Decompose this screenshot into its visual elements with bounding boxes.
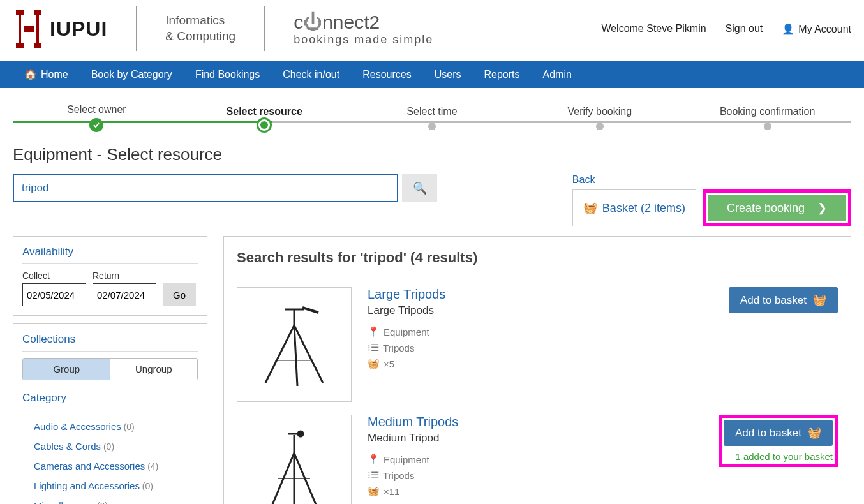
collect-label: Collect xyxy=(22,271,86,281)
page-title: Equipment - Select resource xyxy=(0,145,864,174)
step-time: Select time xyxy=(406,106,457,117)
cat-cameras[interactable]: Cameras and Accessories xyxy=(34,461,145,471)
results-panel: Search results for 'tripod' (4 results) … xyxy=(223,236,851,504)
category-icon: ⁝☰ xyxy=(368,470,379,481)
nav-find-bookings[interactable]: Find Bookings xyxy=(184,61,271,88)
search-icon: 🔍 xyxy=(413,182,427,195)
ungroup-toggle[interactable]: Ungroup xyxy=(110,359,198,380)
location-icon: 📍 xyxy=(368,326,380,337)
home-icon: 🏠 xyxy=(24,68,37,80)
app-name: c⏻nnect2 xyxy=(294,11,433,33)
return-input[interactable] xyxy=(93,283,156,306)
result-image xyxy=(237,415,352,504)
result-item: Medium Tripods Medium Tripod 📍Equipment … xyxy=(237,415,838,504)
nav-admin[interactable]: Admin xyxy=(532,61,583,88)
cat-lighting[interactable]: Lighting and Accessories xyxy=(34,480,140,491)
dept-line1: Informatics xyxy=(165,13,235,29)
added-message: 1 added to your basket xyxy=(724,451,833,462)
result-subtitle: Medium Tripod xyxy=(368,432,703,445)
my-account-link[interactable]: 👤My Account xyxy=(782,23,851,35)
check-icon xyxy=(89,118,103,132)
results-title: Search results for 'tripod' (4 results) xyxy=(237,249,838,274)
result-name-link[interactable]: Large Tripods xyxy=(368,287,713,302)
add-to-basket-button[interactable]: Add to basket🧺 xyxy=(724,420,833,446)
result-name-link[interactable]: Medium Tripods xyxy=(368,415,703,429)
return-label: Return xyxy=(93,271,156,281)
brand-text: IUPUI xyxy=(50,17,107,41)
go-button[interactable]: Go xyxy=(163,283,196,306)
cat-cables[interactable]: Cables & Cords xyxy=(34,441,101,452)
quantity-icon: 🧺 xyxy=(368,485,380,497)
signout-link[interactable]: Sign out xyxy=(726,23,763,34)
nav-resources[interactable]: Resources xyxy=(351,61,422,88)
nav-book-category[interactable]: Book by Category xyxy=(80,61,184,88)
group-toggle[interactable]: Group xyxy=(23,359,110,380)
add-to-basket-button[interactable]: Add to basket🧺 xyxy=(729,287,838,313)
availability-title: Availability xyxy=(22,246,198,264)
category-icon: ⁝☰ xyxy=(368,342,379,353)
tripod-icon xyxy=(253,427,336,504)
result-image xyxy=(237,287,352,402)
basket-icon: 🧺 xyxy=(583,201,597,215)
progress-stepper: Select owner Select resource Select time… xyxy=(0,88,864,145)
chevron-right-icon: ❯ xyxy=(817,201,827,215)
step-resource: Select resource xyxy=(227,106,302,117)
availability-panel: Availability Collect Return Go xyxy=(13,236,207,316)
iu-logo-icon xyxy=(13,6,45,51)
search-button[interactable]: 🔍 xyxy=(402,174,437,202)
app-tagline: bookings made simple xyxy=(294,33,433,47)
basket-icon: 🧺 xyxy=(813,293,826,307)
nav-home[interactable]: 🏠Home xyxy=(13,61,80,88)
collect-input[interactable] xyxy=(22,283,86,306)
location-icon: 📍 xyxy=(368,454,380,465)
step-owner: Select owner xyxy=(67,104,126,115)
svg-point-0 xyxy=(298,431,303,436)
search-input[interactable] xyxy=(13,174,398,202)
quantity-icon: 🧺 xyxy=(368,358,380,369)
cat-misc[interactable]: Miscellaneous xyxy=(34,500,94,504)
logo-area: IUPUI Informatics & Computing c⏻nnect2 b… xyxy=(13,6,433,51)
create-booking-button[interactable]: Create booking ❯ xyxy=(708,195,846,221)
category-title: Category xyxy=(22,392,198,410)
basket-icon: 🧺 xyxy=(808,426,821,440)
nav-users[interactable]: Users xyxy=(423,61,473,88)
main-nav: 🏠Home Book by Category Find Bookings Che… xyxy=(0,61,864,88)
tripod-icon xyxy=(253,300,336,389)
back-link[interactable]: Back xyxy=(572,174,851,186)
user-icon: 👤 xyxy=(782,24,794,34)
step-verify: Verify booking xyxy=(568,106,632,117)
nav-reports[interactable]: Reports xyxy=(472,61,531,88)
filters-panel: Collections Group Ungroup Category Audio… xyxy=(13,323,207,504)
result-item: Large Tripods Large Tripods 📍Equipment ⁝… xyxy=(237,287,838,402)
step-confirm: Booking confirmation xyxy=(720,106,815,117)
nav-check-in-out[interactable]: Check in/out xyxy=(271,61,351,88)
cat-audio[interactable]: Audio & Accessories xyxy=(34,421,121,432)
collections-title: Collections xyxy=(22,333,198,352)
basket-button[interactable]: 🧺 Basket (2 items) xyxy=(572,189,696,226)
welcome-text: Welcome Steve Pikmin xyxy=(601,23,706,34)
result-subtitle: Large Tripods xyxy=(368,304,713,317)
dept-line2: & Computing xyxy=(165,29,235,45)
